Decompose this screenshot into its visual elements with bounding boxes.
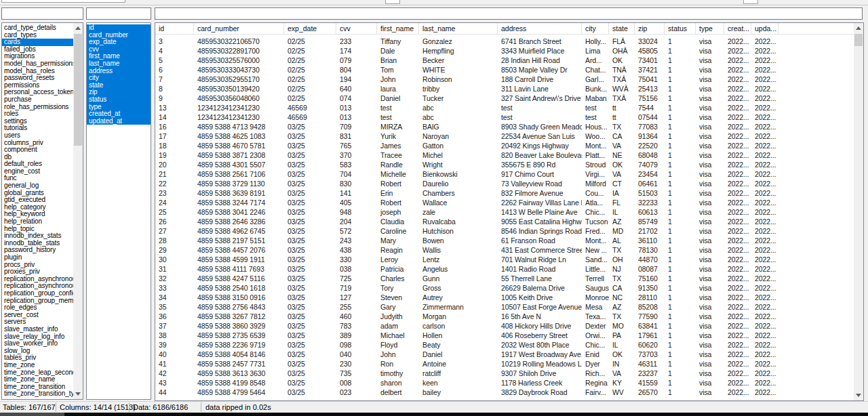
column-list-item[interactable]: zip <box>87 89 151 96</box>
tables-scrollbar-thumb[interactable] <box>74 34 82 146</box>
column-list-item[interactable]: first_name <box>87 53 151 60</box>
table-list-item[interactable]: time_zone_name <box>2 376 73 383</box>
table-list-item[interactable]: model_has_permissions <box>2 60 73 68</box>
table-row[interactable]: 264859 5388 2646 328603/25204ClaudiaRuva… <box>155 217 854 226</box>
table-row[interactable]: 294859 5388 4457 207603/25438ReaginWalli… <box>155 245 854 255</box>
table-list-item[interactable]: cards <box>2 39 73 46</box>
table-list-item[interactable]: help_keyword <box>2 211 73 218</box>
table-list-item[interactable]: password_resets <box>2 75 73 82</box>
table-row[interactable]: 324859 5388 4247 511603/25725CharlesGunn… <box>155 274 854 283</box>
column-list-item[interactable]: exp_date <box>87 39 151 46</box>
table-list-item[interactable]: replication_asynchronous <box>2 283 73 290</box>
table-list-item[interactable]: replication_group_configu <box>2 290 73 297</box>
table-list-item[interactable]: personal_access_tokens <box>2 89 73 96</box>
column-list-item[interactable]: updated_at <box>87 118 151 125</box>
table-list-item[interactable]: procs_priv <box>2 262 73 269</box>
table-row[interactable]: 434859 5388 4199 854803/25008sharonkeen1… <box>155 378 854 388</box>
table-list-item[interactable]: role_edges <box>2 304 73 312</box>
grid-scrollbar[interactable] <box>854 23 863 400</box>
table-row[interactable]: 8485953035013942002/25640lauratribby311 … <box>155 84 854 93</box>
table-row[interactable]: 174859 5388 4625 108303/25831YurikNaroya… <box>155 131 854 141</box>
table-row[interactable]: 4485953032289170002/25174DaleHempfling33… <box>155 46 854 56</box>
table-list-item[interactable]: slow_log <box>2 348 73 355</box>
table-list-item[interactable]: migrations <box>2 53 73 60</box>
table-list-item[interactable]: roles <box>2 110 73 118</box>
tables-filter-input[interactable] <box>1 7 83 20</box>
table-row[interactable]: 234859 5388 3639 819103/25141ErinChamber… <box>155 188 854 198</box>
grid-header-cell[interactable]: upda... <box>751 23 778 35</box>
scroll-up-icon[interactable] <box>73 23 83 33</box>
tables-scrollbar[interactable] <box>73 23 83 399</box>
table-list-item[interactable]: proxies_priv <box>2 268 73 276</box>
table-list-item[interactable]: role_has_permissions <box>2 104 73 111</box>
columns-filter-input[interactable] <box>86 7 151 20</box>
table-list-item[interactable]: slave_master_info <box>2 326 73 333</box>
column-list-item[interactable]: address <box>87 68 151 75</box>
table-list-item[interactable]: columns_priv <box>2 140 73 147</box>
table-list-item[interactable]: replication_asynchronous <box>2 276 73 283</box>
table-list-item[interactable]: settings <box>2 118 73 125</box>
table-row[interactable]: 414859 5388 2457 773103/25230RonAntoine1… <box>155 359 854 369</box>
table-row[interactable]: 13123412341234123046569013testabctesttes… <box>155 103 854 112</box>
column-list-item[interactable]: id <box>87 24 151 32</box>
table-row[interactable]: 184859 5388 4670 578103/25765JamesGatton… <box>155 141 854 150</box>
table-list-item[interactable]: time_zone_transition_typ <box>2 390 73 398</box>
table-list-item[interactable]: innodb_index_stats <box>2 232 73 240</box>
grid-header-cell[interactable]: state <box>609 23 635 35</box>
table-row[interactable]: 404859 5388 4054 814603/25040JohnDaniel1… <box>155 350 854 359</box>
table-row[interactable]: 3485953032210657002/25233TiffanyGonzalez… <box>155 37 854 46</box>
table-list-item[interactable]: time_zone <box>2 362 73 369</box>
grid-header-cell[interactable]: last_name <box>419 23 498 35</box>
table-list-item[interactable]: time_zone_transition <box>2 383 73 391</box>
grid-header-cell[interactable]: address <box>498 23 582 35</box>
table-row[interactable]: 374859 5388 3860 392903/25783adamcarlson… <box>155 321 854 331</box>
grid-header-cell[interactable]: cvv <box>336 23 377 35</box>
table-row[interactable]: 224859 5388 3729 113003/25830RobertDaure… <box>155 179 854 188</box>
table-row[interactable]: 194859 5388 3871 230803/25370TraceeMiche… <box>155 150 854 160</box>
table-row[interactable]: 364859 5388 3267 781203/25460JudyithMorg… <box>155 312 854 321</box>
column-list-item[interactable]: state <box>87 82 151 89</box>
table-list-item[interactable]: default_roles <box>2 161 73 168</box>
column-list-item[interactable]: type <box>87 104 151 111</box>
table-list-item[interactable]: db <box>2 154 73 161</box>
table-list-item[interactable]: tutorials <box>2 125 73 132</box>
table-row[interactable]: 274859 5388 4962 674503/25572CarolineHut… <box>155 226 854 236</box>
table-row[interactable]: 354859 5388 2756 484303/25255GaryZimmerm… <box>155 302 854 312</box>
table-row[interactable]: 424859 5388 3613 363003/25735timothyratc… <box>155 369 854 378</box>
table-row[interactable]: 214859 5388 2561 710603/25704MichelleBie… <box>155 169 854 179</box>
table-row[interactable]: 394859 5388 2236 971903/25098FloydBeaty2… <box>155 340 854 350</box>
column-list-item[interactable]: last_name <box>87 60 151 68</box>
table-row[interactable]: 14123412341234123046569013testabctesttes… <box>155 112 854 122</box>
table-list-item[interactable]: time_zone_leap_second <box>2 369 73 377</box>
table-list-item[interactable]: gtid_executed <box>2 196 73 204</box>
grid-header-cell[interactable]: exp_date <box>284 23 336 35</box>
column-list-item[interactable]: created_at <box>87 110 151 118</box>
table-list-item[interactable]: replication_group_membe <box>2 297 73 305</box>
table-list-item[interactable]: tables_priv <box>2 354 73 362</box>
table-list-item[interactable]: help_relation <box>2 218 73 226</box>
table-row[interactable]: 204859 5388 4301 550703/25583RandleWrigh… <box>155 160 854 169</box>
table-list-item[interactable]: servers <box>2 318 73 326</box>
table-row[interactable]: 314859 5388 4111 769303/25038PatriciaAng… <box>155 264 854 274</box>
table-row[interactable]: 164859 5388 4713 942803/25709MIRZABAIG89… <box>155 122 854 131</box>
grid-header-cell[interactable]: city <box>582 23 609 35</box>
table-list-item[interactable]: permissions <box>2 82 73 89</box>
column-list-item[interactable]: cvv <box>87 46 151 54</box>
table-row[interactable]: 254859 5388 3041 224603/25948josephzale1… <box>155 207 854 217</box>
scroll-down-icon[interactable] <box>73 389 83 399</box>
table-list-item[interactable]: password_history <box>2 247 73 254</box>
grid-header-cell[interactable]: first_name <box>377 23 419 35</box>
table-row[interactable]: 5485953032557600002/25079BrianBecker28 I… <box>155 56 854 65</box>
table-list-item[interactable]: general_log <box>2 182 73 190</box>
table-list-item[interactable]: slave_relay_log_info <box>2 333 73 341</box>
table-list-item[interactable]: model_has_roles <box>2 68 73 75</box>
table-list-item[interactable]: slave_worker_info <box>2 340 73 348</box>
table-list-item[interactable]: plugin <box>2 254 73 262</box>
table-row[interactable]: 9485953035604806002/25074DanielTucker327… <box>155 93 854 103</box>
scroll-up-icon[interactable] <box>854 23 863 33</box>
table-list-item[interactable]: component <box>2 146 73 154</box>
grid-header-cell[interactable]: card_number <box>194 23 284 35</box>
column-list-item[interactable]: status <box>87 96 151 104</box>
grid-header-cell[interactable]: status <box>665 23 696 35</box>
data-filter-input[interactable] <box>155 7 863 20</box>
